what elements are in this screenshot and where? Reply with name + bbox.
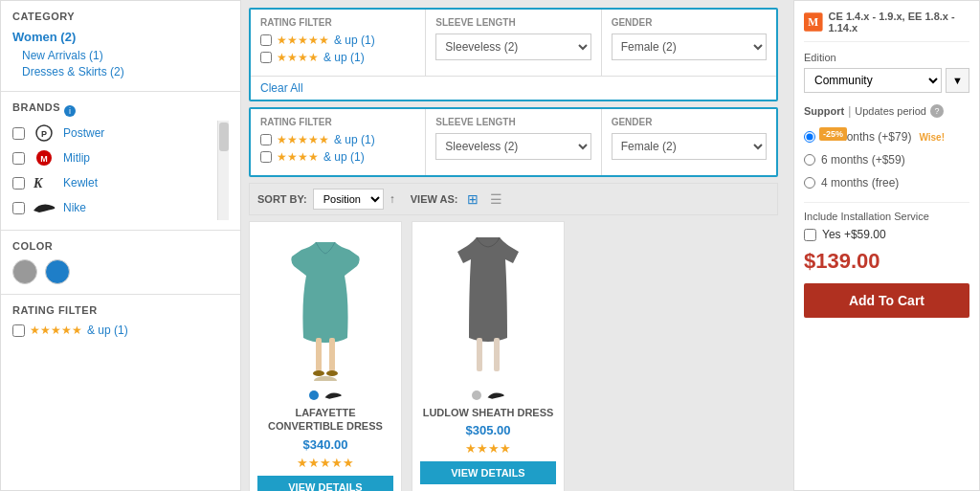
add-to-cart-btn[interactable]: Add To Cart bbox=[804, 283, 969, 318]
option-6months-label: 6 months (+$59) bbox=[821, 153, 905, 167]
option-4months: 4 months (free) bbox=[804, 171, 969, 194]
edition-select-row: Community ▼ bbox=[804, 68, 969, 93]
filter-5stars: ★★★★★ bbox=[277, 33, 329, 47]
product-price-1: $340.00 bbox=[257, 437, 393, 452]
filter2-4star-checkbox[interactable] bbox=[260, 151, 272, 163]
brands-scrollbar[interactable] bbox=[217, 121, 229, 220]
sort-select[interactable]: Position bbox=[313, 189, 384, 210]
svg-rect-11 bbox=[494, 338, 500, 371]
brand-nike: Nike bbox=[12, 195, 217, 220]
magento-logo: M bbox=[804, 11, 823, 33]
right-panel: M CE 1.4.x - 1.9.x, EE 1.8.x - 1.14.x Ed… bbox=[793, 0, 980, 491]
product-stars-2: ★★★★ bbox=[420, 441, 556, 456]
filter2-5star-link[interactable]: & up (1) bbox=[334, 133, 375, 146]
filter2-gender-col: GENDER Female (2) bbox=[602, 109, 776, 175]
view-as-label: VIEW AS: bbox=[411, 193, 458, 205]
sidebar-rating-checkbox[interactable] bbox=[12, 324, 25, 337]
filter-sleeve-select[interactable]: Sleeveless (2) bbox=[435, 33, 590, 60]
filter-4star-link[interactable]: & up (1) bbox=[323, 51, 365, 64]
install-checkbox[interactable] bbox=[804, 229, 816, 241]
product-card-2: LUDLOW SHEATH DRESS $305.00 ★★★★ VIEW DE… bbox=[412, 221, 565, 491]
help-icon[interactable]: ? bbox=[930, 104, 944, 118]
product-meta-2 bbox=[420, 389, 556, 402]
sidebar-rating-link[interactable]: & up (1) bbox=[87, 324, 128, 337]
sidebar-rating-section: RATING FILTER ★★★★★ & up (1) bbox=[1, 295, 240, 350]
brand-kewlet-name[interactable]: Kewlet bbox=[63, 176, 98, 190]
brands-title: BRANDS bbox=[12, 101, 60, 113]
svg-point-9 bbox=[326, 370, 338, 376]
radio-12months[interactable] bbox=[804, 131, 815, 143]
filter-rating-5star: ★★★★★ & up (1) bbox=[260, 33, 415, 47]
product-stars-1: ★★★★★ bbox=[257, 456, 393, 470]
svg-rect-6 bbox=[316, 338, 322, 371]
install-label: Include Installation Service bbox=[804, 211, 969, 222]
svg-point-5 bbox=[314, 376, 337, 381]
magento-header: M CE 1.4.x - 1.9.x, EE 1.8.x - 1.14.x bbox=[804, 11, 969, 42]
option-12months: 12 months (+$79) -25% Wise! bbox=[804, 125, 969, 148]
filter-gender-select[interactable]: Female (2) bbox=[612, 33, 767, 60]
color-title: COLOR bbox=[12, 240, 229, 252]
filter2-gender-select[interactable]: Female (2) bbox=[612, 133, 767, 160]
edition-label: Edition bbox=[804, 52, 969, 63]
edition-select[interactable]: Community bbox=[804, 68, 942, 93]
nike-logo bbox=[31, 199, 57, 216]
updates-label: Updates period bbox=[855, 105, 926, 117]
edition-select-btn[interactable]: ▼ bbox=[946, 68, 969, 93]
category-section: CATEGORY Women (2) New Arrivals (1) Dres… bbox=[1, 1, 240, 92]
filter-5star-checkbox[interactable] bbox=[260, 34, 272, 46]
brand-mitlip: M Mitlip bbox=[12, 145, 217, 170]
nike-icon-2 bbox=[486, 389, 505, 402]
list-view-icon[interactable]: ☰ bbox=[486, 190, 505, 209]
radio-4months[interactable] bbox=[804, 177, 815, 189]
brand-postwer-name[interactable]: Postwer bbox=[63, 126, 104, 140]
filter-4star-checkbox[interactable] bbox=[260, 52, 272, 63]
filter2-4star-link[interactable]: & up (1) bbox=[323, 150, 365, 164]
filter-gender-col: GENDER Female (2) bbox=[602, 10, 776, 76]
women-link[interactable]: Women (2) bbox=[12, 30, 229, 44]
sort-label: SORT BY: bbox=[257, 193, 307, 205]
clear-all-link[interactable]: Clear All bbox=[260, 81, 303, 95]
brand-mitlip-name[interactable]: Mitlip bbox=[63, 151, 90, 165]
option-6months: 6 months (+$59) bbox=[804, 148, 969, 171]
filter-gender-label: GENDER bbox=[612, 17, 767, 28]
view-details-btn-2[interactable]: VIEW DETAILS bbox=[420, 461, 556, 484]
product-name-1: LAFAYETTE CONVERTIBLE DRESS bbox=[257, 406, 393, 434]
divider bbox=[804, 202, 969, 203]
view-icons: ⊞ ☰ bbox=[463, 190, 505, 209]
mitlip-logo: M bbox=[31, 149, 57, 167]
color-gray[interactable] bbox=[12, 259, 37, 284]
category-title: CATEGORY bbox=[12, 11, 229, 22]
filter-popup-top: RATING FILTER ★★★★★ & up (1) ★★★★ & up (… bbox=[249, 8, 778, 101]
sort-arrow-up[interactable]: ↑ bbox=[390, 192, 395, 206]
filter2-rating-label: RATING FILTER bbox=[260, 117, 415, 127]
brands-info-icon[interactable]: i bbox=[64, 105, 76, 117]
radio-6months[interactable] bbox=[804, 154, 815, 166]
brand-nike-name[interactable]: Nike bbox=[63, 201, 86, 214]
brand-postwer-checkbox[interactable] bbox=[12, 127, 25, 140]
grid-view-icon[interactable]: ⊞ bbox=[463, 190, 482, 209]
sidebar-rating-title: RATING FILTER bbox=[12, 304, 229, 316]
new-arrivals-link[interactable]: New Arrivals (1) bbox=[12, 49, 229, 62]
filter-5star-link[interactable]: & up (1) bbox=[334, 33, 375, 47]
product-dot-blue bbox=[309, 391, 319, 400]
sidebar-stars: ★★★★★ bbox=[30, 324, 82, 337]
filter-rating-col: RATING FILTER ★★★★★ & up (1) ★★★★ & up (… bbox=[251, 10, 426, 76]
install-price-label: Yes +$59.00 bbox=[822, 228, 886, 241]
filter2-rating-col: RATING FILTER ★★★★★ & up (1) ★★★★ & up (… bbox=[251, 109, 426, 175]
filter2-5star-checkbox[interactable] bbox=[260, 134, 272, 145]
sidebar: CATEGORY Women (2) New Arrivals (1) Dres… bbox=[0, 0, 241, 491]
nike-icon-1 bbox=[323, 389, 343, 402]
brand-kewlet-checkbox[interactable] bbox=[12, 177, 25, 190]
dresses-link[interactable]: Dresses & Skirts (2) bbox=[12, 65, 229, 78]
svg-text:K: K bbox=[33, 176, 44, 190]
brands-section: BRANDS i P Postwer bbox=[1, 92, 240, 231]
filter2-rating-4star: ★★★★ & up (1) bbox=[260, 150, 415, 164]
filter2-sleeve-select[interactable]: Sleeveless (2) bbox=[435, 133, 590, 160]
filter2-sleeve-label: SLEEVE LENGTH bbox=[435, 117, 590, 127]
view-details-btn-1[interactable]: VIEW DETAILS bbox=[257, 476, 393, 491]
color-blue[interactable] bbox=[45, 259, 70, 284]
product-meta-1 bbox=[257, 389, 393, 402]
brand-mitlip-checkbox[interactable] bbox=[12, 152, 25, 165]
clear-all-row: Clear All bbox=[251, 77, 776, 100]
brand-nike-checkbox[interactable] bbox=[12, 202, 25, 214]
